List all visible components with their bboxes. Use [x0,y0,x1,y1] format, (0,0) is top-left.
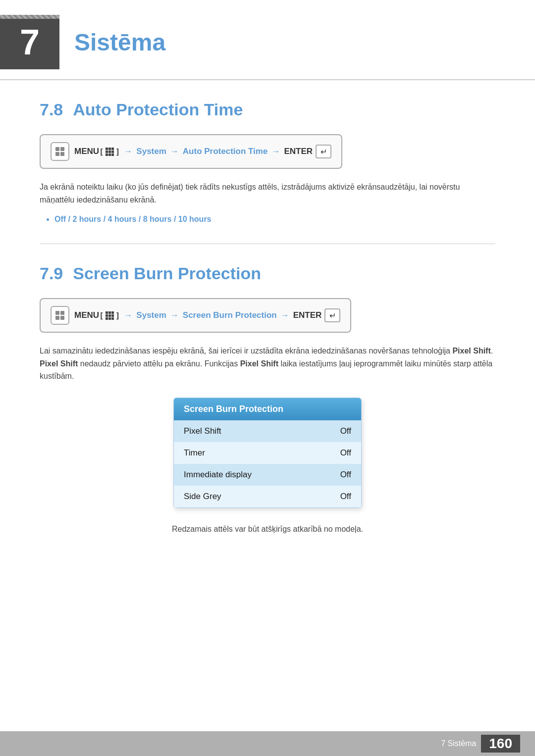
chapter-number-box: 7 [0,15,59,69]
side-grey-label: Side Grey [184,492,221,502]
section-79-heading: 7.9Screen Burn Protection [40,264,495,283]
page-number: 160 [481,735,520,753]
body-text-3: nedaudz pārvieto attēlu pa ekrānu. Funkc… [78,359,240,368]
section-78-heading: 7.8Auto Protection Time [40,100,495,119]
menu-item-immediate-display[interactable]: Immediate display Off [174,464,361,486]
timer-label: Timer [184,448,205,458]
section-divider [40,244,495,244]
body-text-2: . [491,347,493,355]
footer-note: Redzamais attēls var būt atšķirīgs atkar… [40,523,495,536]
svg-rect-5 [60,311,64,315]
page-header: 7 Sistēma [0,0,535,80]
svg-rect-4 [55,311,59,315]
menu-icon [51,142,69,161]
enter-icon-79: ↵ [324,308,340,322]
chapter-title: Sistēma [74,29,165,56]
page-footer: 7 Sistēma 160 [0,731,535,756]
immediate-display-value: Off [340,470,351,480]
screen-menu-title: Screen Burn Protection [174,398,361,420]
section-79: 7.9Screen Burn Protection MENU [ [40,264,495,535]
side-grey-value: Off [340,492,351,502]
pixel-shift-bold-1: Pixel Shift [452,347,490,355]
pixel-shift-label: Pixel Shift [184,426,221,436]
section-78-nav-box: MENU [ ] → System → Auto Protection Time… [40,134,342,169]
nav-feature-label-78: Auto Protection Time [183,147,268,156]
pixel-shift-value: Off [340,426,351,436]
svg-rect-0 [55,147,59,151]
nav-system-label-79: System [136,310,166,320]
nav-feature-label-79: Screen Burn Protection [183,310,277,320]
section-79-nav-box: MENU [ ] → System → Screen Burn Protecti… [40,298,351,333]
svg-rect-1 [60,147,64,151]
section-78-title: Auto Protection Time [73,100,243,119]
section-79-title: Screen Burn Protection [73,264,261,283]
svg-rect-6 [55,316,59,320]
body-text-1: Lai samazinātu iededzināšanas iespēju ek… [40,347,452,355]
section-79-number: 7.9 [40,264,63,283]
main-content: 7.8Auto Protection Time MENU [ [0,100,535,536]
section-78-body: Ja ekrānā noteiktu laiku (ko jūs definēj… [40,181,495,206]
nav-system-label: System [136,147,166,156]
nav-enter-label-79: ENTER [293,310,322,320]
nav-menu-label-79: MENU [74,310,99,320]
options-list-item: Off / 2 hours / 4 hours / 8 hours / 10 h… [54,215,495,224]
section-79-body: Lai samazinātu iededzināšanas iespēju ek… [40,345,495,383]
svg-rect-3 [60,152,64,156]
nav-menu-label: MENU [74,147,99,156]
menu-icon-79 [51,306,69,325]
footer-text: 7 Sistēma [441,739,476,748]
enter-icon-78: ↵ [316,145,331,158]
pixel-shift-bold-2: Pixel Shift [40,359,78,368]
section-78-number: 7.8 [40,100,63,119]
menu-item-pixel-shift[interactable]: Pixel Shift Off [174,420,361,442]
nav-enter-label-78: ENTER [284,147,313,156]
section-78: 7.8Auto Protection Time MENU [ [40,100,495,224]
screen-burn-menu: Screen Burn Protection Pixel Shift Off T… [173,398,362,508]
section-78-options: Off / 2 hours / 4 hours / 8 hours / 10 h… [54,215,495,224]
timer-value: Off [340,448,351,458]
pixel-shift-bold-3: Pixel Shift [240,359,278,368]
menu-item-timer[interactable]: Timer Off [174,442,361,464]
chapter-number: 7 [20,22,40,62]
svg-rect-2 [55,152,59,156]
menu-item-side-grey[interactable]: Side Grey Off [174,486,361,507]
svg-rect-7 [60,316,64,320]
immediate-display-label: Immediate display [184,470,252,480]
